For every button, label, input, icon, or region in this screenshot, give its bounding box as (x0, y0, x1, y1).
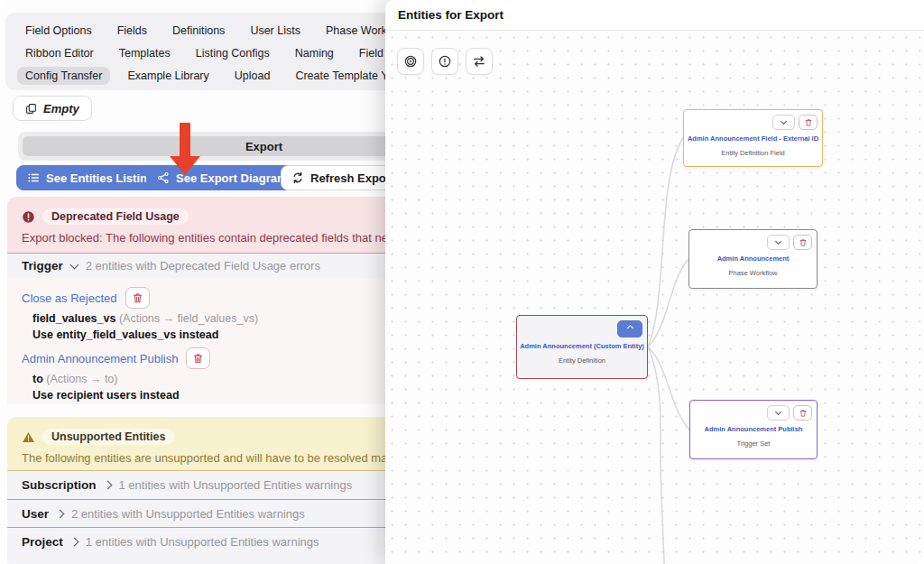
delete-node-button[interactable] (793, 405, 812, 421)
trash-icon (193, 353, 203, 365)
diagram-info-button[interactable] (431, 48, 458, 75)
delete-entity-button[interactable] (125, 287, 150, 309)
unsupported-alert-title: Unsupported Entities (42, 429, 174, 445)
warning-triangle-icon (22, 430, 35, 444)
export-header-label: Export (245, 140, 282, 153)
deprecated-field-context: (Actions → to) (46, 373, 117, 385)
refresh-icon (291, 171, 304, 184)
deprecated-field-name: field_values_vs (32, 312, 116, 325)
node-subtitle: Entity Definition (517, 356, 647, 365)
delete-node-button[interactable] (799, 115, 818, 130)
entity-node-admin-announcement-custom-entity[interactable]: Admin Announcement (Custom Entity) Entit… (516, 315, 648, 379)
entity-node-admin-announcement-workflow[interactable]: Admin Announcement Phase Workflow (688, 229, 818, 289)
entity-node-admin-announcement-field[interactable]: Admin Announcement Field - External ID E… (683, 109, 823, 167)
chevron-right-icon (69, 538, 79, 547)
node-controls (767, 235, 812, 250)
subscription-section-label: Subscription (22, 478, 97, 492)
delete-node-button[interactable] (793, 235, 812, 250)
deprecated-field-context: (Actions → field_values_vs) (119, 312, 258, 325)
target-icon (403, 54, 418, 69)
app-window: Field Options Fields Definitions User Li… (0, 0, 924, 564)
admin-announcement-publish-link[interactable]: Admin Announcement Publish (22, 352, 178, 365)
see-entities-listing-label: See Entities Listing (46, 171, 154, 185)
empty-button[interactable]: Empty (13, 96, 92, 121)
subscription-section-summary: 1 entities with Unsupported Entities war… (119, 478, 353, 492)
red-arrow-shaft (180, 123, 190, 157)
user-section-summary: 2 entities with Unsupported Entities war… (71, 507, 305, 521)
collapse-node-button[interactable] (767, 235, 790, 250)
chevron-down-icon (775, 238, 781, 245)
copy-icon (25, 103, 37, 115)
error-circle-icon (22, 210, 35, 224)
deprecated-field-name: to (32, 373, 43, 385)
node-controls (772, 115, 818, 130)
project-section-label: Project (22, 535, 63, 549)
node-controls (767, 405, 812, 421)
close-as-rejected-link[interactable]: Close as Rejected (22, 291, 117, 305)
collapse-node-button[interactable] (767, 405, 790, 421)
tab-field-options[interactable]: Field Options (17, 22, 100, 40)
diagram-toolbar (397, 48, 493, 75)
user-section-label: User (22, 507, 49, 521)
trash-icon (805, 118, 812, 127)
entities-for-export-modal: Entities for Export (385, 0, 924, 564)
tab-user-lists[interactable]: User Lists (242, 22, 309, 40)
chevron-up-icon (626, 325, 633, 331)
trigger-section-label: Trigger (22, 259, 63, 273)
swap-arrows-icon (472, 54, 486, 69)
trigger-section-summary: 2 entities with Deprecated Field Usage e… (86, 259, 320, 273)
node-title[interactable]: Admin Announcement (689, 254, 817, 263)
deprecated-alert-title: Deprecated Field Usage (42, 208, 189, 225)
modal-title: Entities for Export (398, 8, 504, 22)
empty-button-label: Empty (43, 102, 79, 116)
node-controls (617, 320, 642, 337)
project-section-summary: 1 entities with Unsupported Entities war… (86, 535, 319, 549)
red-arrow-pointer (170, 123, 200, 175)
node-subtitle: Entity Definition Field (684, 149, 822, 157)
trash-icon (799, 238, 807, 247)
red-arrow-head (170, 156, 200, 175)
node-subtitle: Phase Workflow (689, 269, 817, 277)
tab-example-library[interactable]: Example Library (119, 67, 217, 85)
chevron-down-icon (69, 260, 79, 269)
expand-node-button[interactable] (617, 320, 642, 337)
chevron-right-icon (103, 481, 112, 490)
list-icon (27, 171, 40, 184)
alert-circle-icon (438, 54, 452, 69)
node-title[interactable]: Admin Announcement (Custom Entity) (517, 342, 647, 350)
tab-ribbon-editor[interactable]: Ribbon Editor (17, 44, 102, 62)
delete-entity-button[interactable] (186, 347, 210, 369)
swap-direction-button[interactable] (466, 48, 493, 75)
diagram-canvas[interactable]: Admin Announcement Field - External ID E… (385, 31, 924, 564)
tab-naming[interactable]: Naming (287, 44, 342, 62)
center-view-button[interactable] (397, 48, 424, 75)
node-title[interactable]: Admin Announcement Publish (690, 425, 817, 433)
tab-listing-configs[interactable]: Listing Configs (188, 44, 278, 62)
node-subtitle: Trigger Set (690, 439, 817, 448)
refresh-export-label: Refresh Export (310, 171, 394, 185)
trash-icon (799, 409, 807, 418)
tab-templates[interactable]: Templates (111, 44, 179, 62)
tab-upload[interactable]: Upload (226, 67, 279, 85)
tab-fields[interactable]: Fields (109, 22, 155, 40)
chevron-down-icon (775, 409, 781, 415)
node-title[interactable]: Admin Announcement Field - External ID (684, 134, 822, 143)
chevron-down-icon (781, 118, 787, 125)
modal-header: Entities for Export (385, 0, 924, 31)
entity-node-admin-announcement-publish[interactable]: Admin Announcement Publish Trigger Set (689, 400, 818, 459)
tab-definitions[interactable]: Definitions (164, 22, 233, 40)
collapse-node-button[interactable] (772, 115, 795, 130)
tab-config-transfer[interactable]: Config Transfer (17, 67, 110, 85)
chevron-right-icon (56, 509, 65, 518)
diagram-icon (157, 171, 170, 184)
see-entities-listing-button[interactable]: See Entities Listing (16, 165, 165, 190)
diagram-edges (385, 31, 924, 564)
trash-icon (133, 292, 143, 304)
